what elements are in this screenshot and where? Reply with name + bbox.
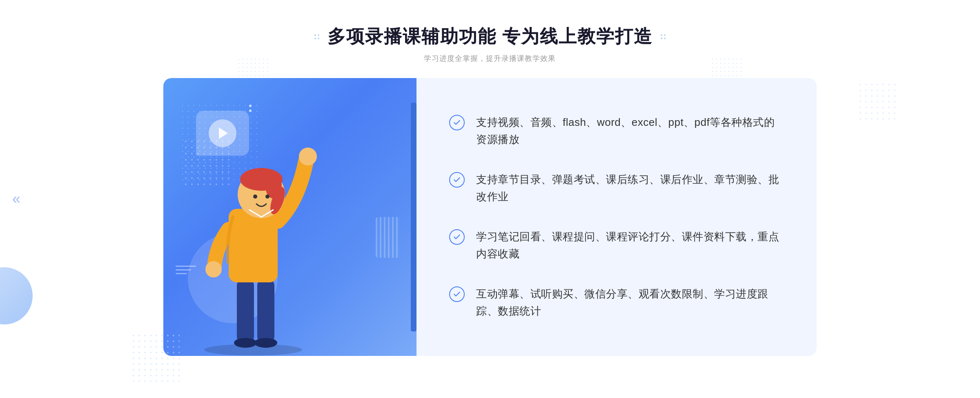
check-icon-2 [449,172,465,188]
feature-text-4: 互动弹幕、试听购买、微信分享、观看次数限制、学习进度跟踪、数据统计 [476,286,784,320]
feature-text-2: 支持章节目录、弹题考试、课后练习、课后作业、章节测验、批改作业 [476,171,784,205]
check-icon-1 [449,115,465,130]
feature-item-4: 互动弹幕、试听购买、微信分享、观看次数限制、学习进度跟踪、数据统计 [449,278,784,327]
chevron-left-icon[interactable]: « [12,190,20,208]
svg-point-6 [299,148,317,165]
feature-text-1: 支持视频、音频、flash、word、excel、ppt、pdf等各种格式的资源… [476,114,784,148]
svg-rect-1 [237,278,254,344]
main-title: 多项录播课辅助功能 专为线上教学打造 [314,25,666,49]
feature-item-2: 支持章节目录、弹题考试、课后练习、课后作业、章节测验、批改作业 [449,164,784,212]
check-icon-3 [449,229,465,245]
svg-rect-15 [184,139,233,188]
striped-rect-decoration [376,217,400,258]
check-icon-4 [449,286,465,302]
subtitle-text: 学习进度全掌握，提升录播课教学效果 [314,54,666,63]
deco-circle-left [0,267,33,324]
accent-bar [411,103,416,331]
svg-rect-2 [257,278,274,344]
svg-point-3 [234,338,257,348]
feature-text-3: 学习笔记回看、课程提问、课程评论打分、课件资料下载，重点内容收藏 [476,228,784,262]
title-text: 多项录播课辅助功能 专为线上教学打造 [327,25,653,49]
dot-grid-illustration [184,139,233,188]
svg-point-7 [205,261,222,277]
illustration-panel [163,78,416,356]
svg-point-13 [265,195,270,199]
content-area: 支持视频、音频、flash、word、excel、ppt、pdf等各种格式的资源… [163,78,817,356]
header-section: 多项录播课辅助功能 专为线上教学打造 学习进度全掌握，提升录播课教学效果 [314,25,666,63]
sparkle-decoration [249,105,252,112]
page-wrapper: 多项录播课辅助功能 专为线上教学打造 学习进度全掌握，提升录播课教学效果 [0,0,980,398]
feature-item-3: 学习笔记回看、课程提问、课程评论打分、课件资料下载，重点内容收藏 [449,221,784,270]
bg-dots-bottom-left [131,333,180,382]
bg-dots-top-right [858,82,898,123]
sparkle-dot-1 [249,105,252,107]
svg-point-4 [254,338,277,348]
title-dots-right [661,34,666,39]
sparkle-dot-2 [249,110,252,112]
features-panel: 支持视频、音频、flash、word、excel、ppt、pdf等各种格式的资源… [416,78,817,356]
svg-point-12 [253,195,257,199]
title-dots-left [314,34,319,39]
feature-item-1: 支持视频、音频、flash、word、excel、ppt、pdf等各种格式的资源… [449,107,784,155]
